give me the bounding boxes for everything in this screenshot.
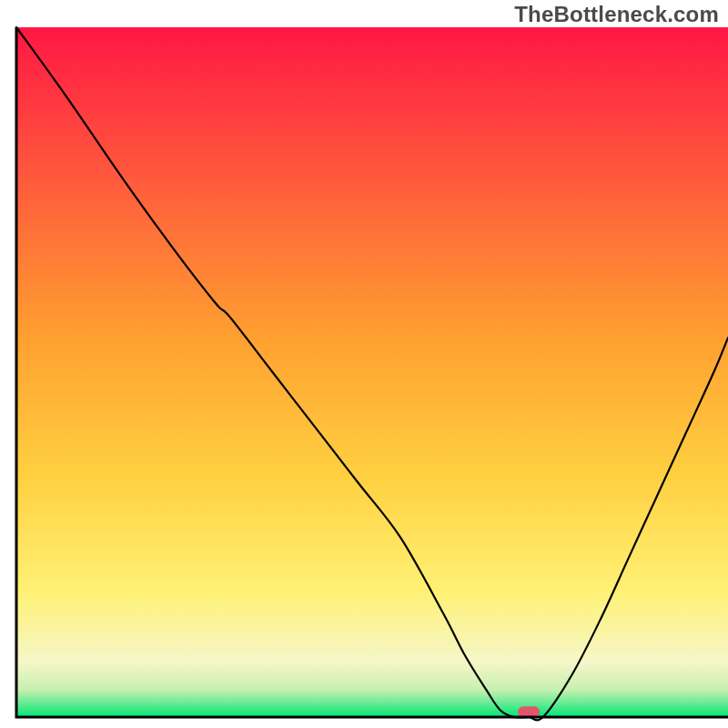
bottleneck-chart [0,0,728,728]
plot-background [16,27,728,717]
chart-container: { "watermark": "TheBottleneck.com", "col… [0,0,728,728]
optimum-marker [518,706,540,717]
